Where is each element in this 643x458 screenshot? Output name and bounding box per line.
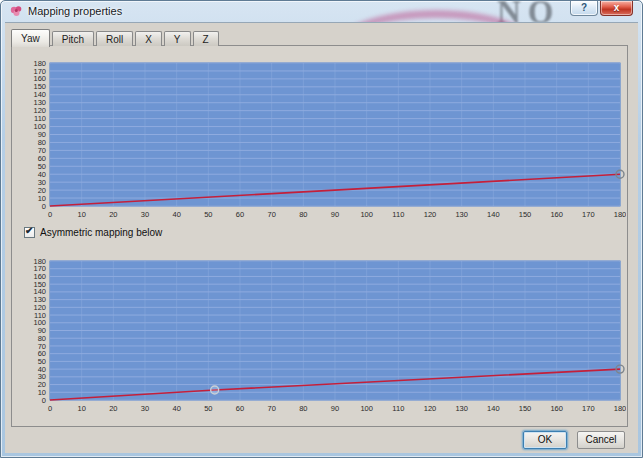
tab-z[interactable]: Z	[193, 31, 219, 46]
y-tick-label: 180	[33, 257, 46, 266]
x-tick-label: 90	[331, 404, 339, 413]
x-tick-label: 0	[48, 210, 52, 219]
x-tick-label: 50	[204, 404, 212, 413]
y-tick-label: 0	[42, 202, 46, 211]
tab-yaw[interactable]: Yaw	[11, 29, 50, 47]
x-tick-label: 70	[267, 210, 275, 219]
x-tick-label: 140	[487, 404, 500, 413]
x-tick-label: 80	[299, 210, 307, 219]
y-tick-label: 70	[38, 342, 46, 351]
y-tick-label: 40	[38, 170, 46, 179]
titlebar[interactable]: NO Mapping properties ? x	[1, 1, 642, 22]
y-tick-label: 80	[38, 138, 46, 147]
x-tick-label: 60	[236, 210, 244, 219]
tab-x[interactable]: X	[135, 31, 162, 46]
x-tick-label: 100	[360, 210, 373, 219]
x-tick-label: 120	[424, 210, 437, 219]
y-tick-label: 80	[38, 334, 46, 343]
x-tick-label: 150	[519, 210, 532, 219]
cancel-button[interactable]: Cancel	[577, 431, 625, 449]
y-tick-label: 160	[33, 272, 46, 281]
tab-roll[interactable]: Roll	[96, 31, 133, 46]
x-tick-label: 160	[550, 404, 563, 413]
close-button[interactable]: x	[600, 1, 633, 16]
control-point-marker[interactable]	[211, 386, 219, 394]
mapping-properties-dialog: NO Mapping properties ? x YawPitchRollXY…	[0, 0, 643, 458]
y-tick-label: 140	[33, 287, 46, 296]
x-tick-label: 180	[614, 210, 626, 219]
y-tick-label: 60	[38, 154, 46, 163]
help-button[interactable]: ?	[570, 1, 598, 16]
tab-strip: YawPitchRollXYZ	[11, 28, 221, 46]
y-tick-label: 90	[38, 326, 46, 335]
y-tick-label: 130	[33, 295, 46, 304]
x-tick-label: 10	[77, 404, 85, 413]
upper-mapping-chart[interactable]: 0102030405060708090100110120130140150160…	[13, 53, 626, 223]
dialog-client-area: YawPitchRollXYZ 010203040506070809010011…	[5, 22, 638, 453]
x-tick-label: 30	[141, 210, 149, 219]
x-tick-label: 130	[455, 404, 468, 413]
x-tick-label: 170	[582, 210, 595, 219]
x-tick-label: 160	[550, 210, 563, 219]
x-tick-label: 90	[331, 210, 339, 219]
x-tick-label: 40	[172, 210, 180, 219]
y-tick-label: 150	[33, 82, 46, 91]
x-tick-label: 110	[392, 210, 404, 219]
background-bleed-text: NO	[497, 1, 561, 22]
y-tick-label: 30	[38, 372, 46, 381]
y-tick-label: 140	[33, 90, 46, 99]
ok-button[interactable]: OK	[523, 431, 567, 449]
tab-y[interactable]: Y	[164, 31, 191, 46]
x-tick-label: 120	[424, 404, 437, 413]
window-title: Mapping properties	[28, 5, 122, 17]
x-tick-label: 50	[204, 210, 212, 219]
y-tick-label: 70	[38, 146, 46, 155]
asymmetric-mapping-row: ✔ Asymmetric mapping below	[24, 225, 162, 239]
x-tick-label: 140	[487, 210, 500, 219]
y-tick-label: 120	[33, 303, 46, 312]
x-tick-label: 100	[360, 404, 373, 413]
x-tick-label: 180	[614, 404, 626, 413]
y-tick-label: 20	[38, 186, 46, 195]
y-tick-label: 160	[33, 74, 46, 83]
y-tick-label: 50	[38, 357, 46, 366]
x-tick-label: 20	[109, 404, 117, 413]
y-tick-label: 170	[33, 67, 46, 76]
y-tick-label: 90	[38, 130, 46, 139]
x-tick-label: 130	[455, 210, 468, 219]
y-tick-label: 40	[38, 365, 46, 374]
y-tick-label: 180	[33, 59, 46, 68]
y-tick-label: 100	[33, 122, 46, 131]
app-icon	[9, 4, 24, 19]
x-tick-label: 80	[299, 404, 307, 413]
lower-mapping-chart[interactable]: 0102030405060708090100110120130140150160…	[13, 251, 626, 417]
y-tick-label: 10	[38, 388, 46, 397]
y-tick-label: 110	[34, 114, 46, 123]
y-tick-label: 10	[38, 194, 46, 203]
checkmark-icon: ✔	[25, 225, 33, 236]
asymmetric-mapping-checkbox[interactable]: ✔	[24, 227, 35, 238]
x-tick-label: 150	[519, 404, 532, 413]
y-tick-label: 20	[38, 380, 46, 389]
x-tick-label: 170	[582, 404, 595, 413]
y-tick-label: 100	[33, 318, 46, 327]
x-tick-label: 30	[141, 404, 149, 413]
x-tick-label: 70	[267, 404, 275, 413]
y-tick-label: 110	[34, 311, 46, 320]
y-tick-label: 60	[38, 349, 46, 358]
x-tick-label: 60	[236, 404, 244, 413]
x-tick-label: 10	[77, 210, 85, 219]
x-tick-label: 0	[48, 404, 52, 413]
y-tick-label: 120	[33, 106, 46, 115]
y-tick-label: 50	[38, 162, 46, 171]
y-tick-label: 130	[33, 98, 46, 107]
asymmetric-mapping-label: Asymmetric mapping below	[40, 227, 162, 238]
tab-page-yaw: 0102030405060708090100110120130140150160…	[11, 45, 628, 427]
y-tick-label: 150	[33, 280, 46, 289]
x-tick-label: 110	[392, 404, 404, 413]
tab-pitch[interactable]: Pitch	[52, 31, 94, 46]
y-tick-label: 0	[42, 396, 46, 405]
y-tick-label: 30	[38, 178, 46, 187]
caption-buttons: ? x	[570, 1, 633, 16]
x-tick-label: 40	[172, 404, 180, 413]
